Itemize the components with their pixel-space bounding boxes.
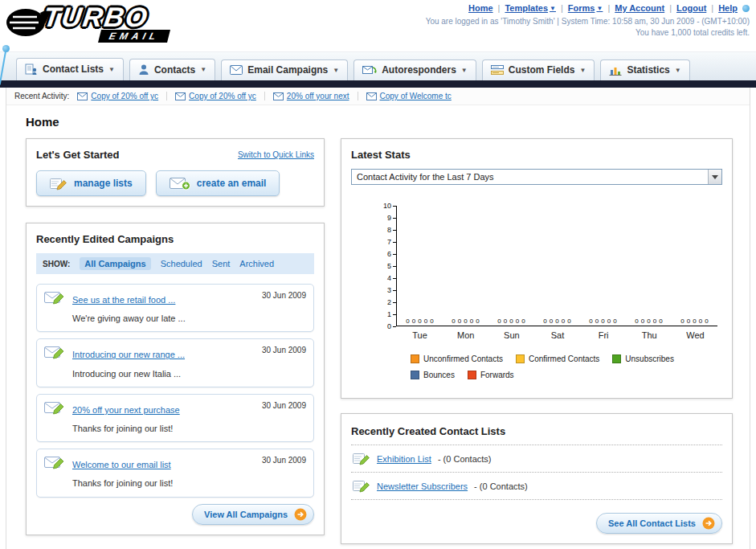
top-link-help[interactable]: Help — [718, 3, 738, 13]
filter-scheduled[interactable]: Scheduled — [161, 259, 202, 268]
recent-activity-item[interactable]: Copy of Welcome tc — [366, 92, 460, 100]
chevron-down-icon: ▼ — [550, 5, 556, 12]
legend-color-swatch — [468, 371, 476, 379]
create-email-button[interactable]: create an email — [156, 170, 280, 196]
contact-list-item[interactable]: Newsletter Subscribers - (0 Contacts) — [351, 473, 722, 500]
bar-value-label: 0 — [705, 318, 708, 325]
chart-legend: Unconfirmed ContactsConfirmed ContactsUn… — [411, 354, 716, 387]
top-link-home[interactable]: Home — [468, 3, 493, 13]
chart-bar-group: 00000 — [488, 206, 534, 326]
chart-bar-group: 00000 — [672, 206, 717, 326]
campaign-list: See us at the retail food ... We're givi… — [36, 284, 314, 498]
campaign-title-link[interactable]: Welcome to our email list — [72, 460, 171, 469]
campaign-title-link[interactable]: 20% off your next purchase — [72, 405, 180, 415]
recent-activity-item[interactable]: Copy of 20% off yc — [77, 92, 167, 100]
tab-autoresponders[interactable]: Autoresponders▼ — [353, 59, 476, 80]
contact-list-count: - (0 Contacts) — [438, 454, 492, 464]
bar-value-label: 0 — [509, 318, 513, 325]
autoresponders-icon — [362, 64, 377, 76]
envelope-pencil-icon — [44, 289, 65, 305]
legend-color-swatch — [411, 371, 419, 379]
chart-bar-group: 00000 — [580, 206, 626, 326]
bar-value-label: 0 — [418, 318, 421, 325]
get-started-title: Let's Get Started — [36, 149, 120, 161]
contact-list-link[interactable]: Newsletter Subscribers — [377, 481, 468, 491]
top-link-logout[interactable]: Logout — [676, 3, 706, 13]
legend-item: Unconfirmed Contacts — [411, 354, 503, 363]
y-axis-tick-label: 0 — [387, 322, 396, 330]
top-link-forms[interactable]: Forms▼ — [568, 3, 603, 13]
chart-bar-group: 00000 — [397, 206, 443, 326]
tab-label: Contact Lists — [43, 64, 104, 75]
legend-item: Forwards — [468, 371, 514, 379]
bar-value-label: 0 — [647, 318, 650, 325]
campaign-title-link[interactable]: See us at the retail food ... — [72, 295, 175, 305]
tab-contacts[interactable]: Contacts▼ — [129, 59, 215, 80]
chevron-down-icon: ▼ — [675, 67, 681, 74]
campaign-row[interactable]: 20% off your next purchase Thanks for jo… — [36, 394, 314, 442]
envelope-icon — [175, 92, 186, 100]
filter-archived[interactable]: Archived — [239, 259, 274, 268]
switch-quick-links-link[interactable]: Switch to Quick Links — [238, 150, 314, 159]
tab-custom-fields[interactable]: Custom Fields▼ — [482, 59, 595, 80]
link-separator: | — [498, 3, 501, 13]
recent-activity-item[interactable]: Copy of 20% off yc — [175, 92, 265, 100]
turbo-email-logo[interactable]: TURBO EMAIL — [5, 2, 169, 43]
envelope-icon — [366, 92, 377, 100]
campaign-date: 30 Jun 2009 — [262, 346, 306, 354]
tab-email-campaigns[interactable]: Email Campaigns▼ — [221, 59, 348, 80]
stats-period-dropdown[interactable]: Contact Activity for the Last 7 Days — [351, 169, 722, 185]
y-axis-tick-label: 2 — [387, 298, 396, 306]
top-link-templates[interactable]: Templates▼ — [505, 3, 556, 13]
campaign-title-link[interactable]: Introducing our new range ... — [72, 350, 185, 359]
campaign-date: 30 Jun 2009 — [262, 401, 306, 410]
campaign-row[interactable]: See us at the retail food ... We're givi… — [36, 284, 314, 332]
statistics-icon — [609, 64, 622, 76]
view-all-campaigns-button[interactable]: View All Campaigns — [192, 504, 314, 525]
y-axis-tick-label: 9 — [387, 214, 396, 222]
see-all-contact-lists-button[interactable]: See All Contact Lists — [596, 513, 722, 534]
dropdown-arrow-button[interactable] — [708, 170, 721, 184]
top-header: TURBO EMAIL Home| Templates▼| Forms▼| My… — [0, 0, 756, 51]
x-axis-category-label: Thu — [627, 326, 672, 340]
right-column: Latest Stats Contact Activity for the La… — [341, 138, 733, 544]
tab-contact-lists[interactable]: Contact Lists▼ — [16, 58, 124, 80]
envelope-icon — [77, 92, 88, 100]
activity-link[interactable]: Copy of Welcome tc — [380, 92, 452, 100]
top-link-my-account[interactable]: My Account — [615, 3, 664, 13]
bar-value-label: 0 — [516, 318, 519, 325]
live-help-icon[interactable] — [742, 5, 750, 12]
manage-lists-label: manage lists — [74, 178, 133, 189]
manage-lists-button[interactable]: manage lists — [36, 170, 146, 196]
campaign-row[interactable]: Welcome to our email list Thanks for joi… — [36, 449, 314, 497]
activity-link[interactable]: 20% off your next — [287, 92, 349, 100]
chart-plot: 00000000000000000000000000000000000 — [396, 206, 717, 326]
legend-label: Forwards — [480, 371, 514, 379]
filter-all-campaigns[interactable]: All Campaigns — [80, 257, 150, 270]
chevron-down-icon: ▼ — [108, 66, 115, 73]
recent-activity-label: Recent Activity: — [14, 92, 69, 100]
envelope-plus-icon — [170, 176, 190, 191]
contact-list-link[interactable]: Exhibition List — [377, 454, 431, 464]
bar-value-label: 0 — [458, 318, 461, 325]
filter-sent[interactable]: Sent — [212, 259, 231, 268]
activity-link[interactable]: Copy of 20% off yc — [91, 92, 158, 100]
x-axis-category-label: Sat — [534, 326, 580, 340]
legend-color-swatch — [516, 354, 525, 363]
tab-statistics[interactable]: Statistics▼ — [600, 59, 689, 80]
campaign-row[interactable]: Introducing our new range ... Introducin… — [36, 338, 314, 387]
bar-value-label: 0 — [562, 318, 565, 325]
y-axis-tick-label: 5 — [387, 262, 396, 270]
recent-activity-item[interactable]: 20% off your next — [273, 92, 358, 100]
bar-value-label: 0 — [659, 318, 662, 325]
activity-link[interactable]: Copy of 20% off yc — [189, 92, 256, 100]
y-axis-tick-label: 10 — [383, 202, 396, 210]
contact-list-item[interactable]: Exhibition List - (0 Contacts) — [351, 445, 722, 473]
bar-value-label: 0 — [452, 318, 455, 325]
contact-lists-title: Recently Created Contact Lists — [351, 425, 505, 437]
x-axis-category-label: Fri — [581, 326, 627, 340]
y-axis-tick-label: 8 — [387, 226, 396, 234]
y-axis-tick-label: 3 — [387, 286, 396, 294]
logo-turbo-text: TURBO — [41, 2, 150, 33]
arrow-right-icon — [294, 508, 307, 521]
